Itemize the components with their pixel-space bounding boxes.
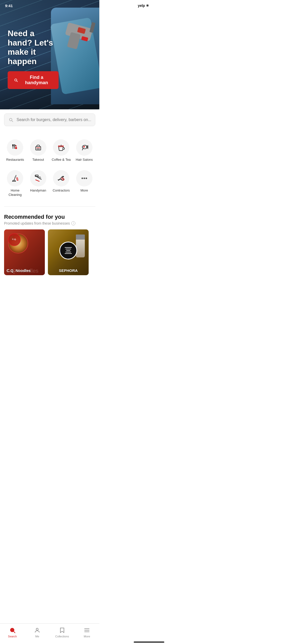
contractors-label: Contractors [53, 188, 70, 193]
restaurants-label: Restaurants [6, 158, 24, 162]
hero-content: Need a hand? Let's make it happen Find a… [8, 29, 59, 89]
more-icon-wrap [76, 170, 92, 186]
hero-title: Need a hand? Let's make it happen [8, 29, 59, 66]
sephora-product [76, 235, 85, 257]
categories-section: Restaurants Takeout [0, 130, 99, 204]
restaurants-icon-wrap [7, 139, 23, 156]
cq-noodles-name: C.Q. Noodles [7, 268, 42, 273]
bottom-spacer [0, 280, 99, 306]
sephora-lines [65, 247, 72, 254]
svg-line-22 [87, 148, 88, 149]
find-handyman-label: Find a handyman [21, 75, 52, 85]
category-handyman[interactable]: Handyman [27, 167, 49, 200]
promoted-text: Promoted updates from these businesses [4, 221, 70, 225]
business-card-sephora[interactable]: SEPHORA [48, 229, 89, 275]
svg-point-10 [15, 145, 17, 147]
search-bar-icon [8, 117, 13, 122]
status-bar: 9:41 yelp ✳ [0, 0, 99, 11]
sephora-name: SEPHORA [50, 268, 86, 273]
svg-point-9 [15, 147, 17, 149]
sephora-line-2 [65, 249, 71, 249]
cleaning-icon-wrap [7, 170, 23, 186]
takeout-icon [34, 143, 43, 152]
coffee-icon-wrap [53, 139, 69, 156]
svg-line-28 [36, 180, 39, 181]
svg-rect-12 [36, 148, 40, 148]
search-icon [14, 78, 18, 83]
category-takeout[interactable]: Takeout [27, 136, 49, 165]
coffee-icon [57, 143, 66, 152]
status-time: 9:41 [5, 4, 13, 8]
hair-label: Hair Salons [76, 158, 93, 162]
handyman-icon [34, 174, 43, 183]
section-divider [4, 206, 95, 207]
more-icon [80, 174, 89, 183]
handyman-label: Handyman [30, 188, 46, 193]
category-hair[interactable]: Hair Salons [73, 136, 96, 165]
svg-point-31 [84, 178, 85, 179]
more-categories-label: More [80, 188, 88, 193]
search-section [0, 109, 99, 130]
cq-logo-circle: C.Q. [8, 233, 21, 246]
cleaning-label: Home Cleaning [5, 188, 25, 197]
svg-point-26 [16, 176, 17, 177]
cleaning-icon [10, 174, 20, 183]
search-bar[interactable] [4, 113, 95, 126]
svg-point-19 [83, 146, 85, 148]
hair-icon-wrap [76, 139, 92, 156]
svg-point-30 [82, 178, 83, 179]
business-card-cq-noodles[interactable]: C.Q. C.Q. Noodles C.Q. Noodles [4, 229, 45, 275]
recommended-section: Recommended for you Promoted updates fro… [0, 209, 99, 280]
find-handyman-button[interactable]: Find a handyman [8, 71, 59, 89]
contractors-icon-wrap [53, 170, 69, 186]
svg-rect-11 [36, 147, 41, 150]
search-input[interactable] [17, 118, 91, 122]
svg-point-32 [86, 178, 87, 179]
hair-icon [80, 143, 89, 152]
category-more[interactable]: More [73, 167, 96, 200]
sephora-line-1 [65, 247, 72, 248]
restaurants-icon [10, 143, 20, 152]
svg-line-20 [87, 145, 88, 146]
sephora-line-5 [65, 253, 72, 254]
category-cleaning[interactable]: Home Cleaning [4, 167, 26, 200]
sephora-line-4 [65, 252, 71, 252]
category-grid: Restaurants Takeout [4, 136, 95, 200]
product-cap [76, 235, 85, 240]
coffee-label: Coffee & Tea [52, 158, 71, 162]
handyman-icon-wrap [30, 170, 46, 186]
cq-logo-text: C.Q. [12, 238, 16, 241]
sephora-line-3 [66, 250, 70, 251]
takeout-icon-wrap [30, 139, 46, 156]
contractors-icon [57, 174, 66, 183]
category-coffee[interactable]: Coffee & Tea [50, 136, 72, 165]
business-cards-row: C.Q. C.Q. Noodles C.Q. Noodles [4, 229, 95, 276]
hero-section: Need a hand? Let's make it happen Find a… [0, 0, 99, 109]
recommended-subtitle: Promoted updates from these businesses i [4, 221, 95, 225]
takeout-label: Takeout [32, 158, 44, 162]
info-icon[interactable]: i [71, 221, 75, 225]
category-restaurants[interactable]: Restaurants [4, 136, 26, 165]
category-contractors[interactable]: Contractors [50, 167, 72, 200]
recommended-title: Recommended for you [4, 214, 95, 220]
sephora-logo-circle [59, 242, 77, 259]
